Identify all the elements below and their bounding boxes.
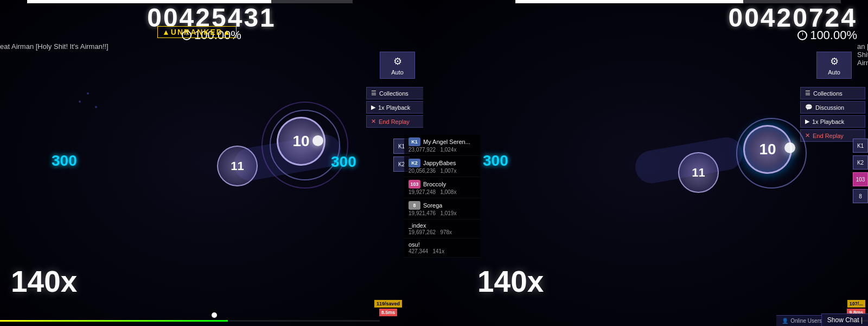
lb-name-5: _index — [409, 222, 426, 229]
8-key-right[interactable]: 8 — [853, 189, 868, 203]
playback-button-left[interactable]: ▶ 1x Playback — [366, 101, 423, 114]
playback-label-right: 1x Playback — [812, 118, 844, 125]
list-icon-left: ☰ — [371, 90, 376, 97]
discussion-button-right[interactable]: 💬 Discussion — [800, 101, 865, 114]
lb-stats-3: 19,927,248 1,008x — [409, 189, 476, 195]
score-300-topleft: 300 — [52, 152, 77, 170]
unranked-badge-left: ▲UNRANKED▲ — [157, 26, 237, 38]
progress-fill-right — [515, 0, 743, 3]
circle-ring-outer-left — [261, 102, 348, 189]
lb-stats-2: 20,056,236 1,007x — [409, 168, 476, 174]
hit-circle-11-left: 11 — [217, 146, 258, 186]
gear-icon-left: ⚙ — [393, 55, 402, 67]
menu-buttons-left: ☰ Collections ▶ 1x Playback ✕ End Replay — [366, 87, 423, 128]
end-replay-label-left: End Replay — [379, 118, 410, 125]
lb-name-4: Sorega — [423, 202, 442, 209]
list-icon-right: ☰ — [805, 90, 810, 97]
hit-circle-11-right: 11 — [678, 152, 719, 193]
lb-rank-k1: K1 — [409, 137, 420, 146]
score-300-left: 300 — [331, 153, 356, 171]
lb-rank-k2: K2 — [409, 159, 420, 167]
leaderboard: K1 My Angel Seren... 23,077,922 1,024x K… — [404, 135, 480, 258]
particle-1 — [87, 92, 89, 95]
online-users: 👤 Online Users — [776, 315, 827, 326]
play-icon-right: ▶ — [805, 118, 809, 125]
hit-ms-left: 8.5ms — [379, 309, 398, 316]
playback-label-left: 1x Playback — [378, 104, 410, 111]
lb-entry-1: K1 My Angel Seren... 23,077,922 1,024x — [404, 135, 480, 156]
end-replay-button-left[interactable]: ✕ End Replay — [366, 115, 423, 128]
circle-ring-right — [736, 118, 807, 189]
cursor-glow-left — [312, 135, 323, 146]
discussion-label-right: Discussion — [815, 104, 844, 111]
collections-button-left[interactable]: ☰ Collections — [366, 87, 423, 99]
lb-stats-4: 19,921,476 1,019x — [409, 210, 476, 216]
auto-label-right: Auto — [828, 69, 840, 76]
lb-rank-8: 8 — [409, 201, 420, 210]
lb-entry-5: _index 19,697,262 978x — [404, 220, 480, 239]
song-title-right: an [Holy Shit! It's Airman!!] — [857, 42, 868, 67]
auto-label-left: Auto — [391, 69, 404, 76]
bottom-bar-left — [0, 320, 380, 322]
speech-icon-right: 💬 — [805, 104, 813, 111]
103-key-right[interactable]: 103 — [853, 172, 868, 186]
online-users-label: Online Users — [790, 318, 822, 324]
combo-left: 140x — [11, 264, 77, 299]
play-icon-left: ▶ — [371, 104, 375, 111]
hit-count-left: 119/saved — [374, 300, 402, 308]
lb-name-3: Broccoly — [423, 181, 446, 187]
auto-button-left[interactable]: ⚙ Auto — [380, 52, 415, 79]
collections-label-right: Collections — [813, 90, 843, 97]
bottom-bar-fill-left — [0, 320, 228, 322]
collections-label-left: Collections — [379, 90, 409, 97]
lb-name-6: osu! — [409, 241, 420, 248]
playback-button-right[interactable]: ▶ 1x Playback — [800, 115, 865, 128]
user-icon: 👤 — [782, 318, 788, 324]
keys-panel-right: K1 K2 103 8 — [853, 139, 868, 203]
x-icon-right: ✕ — [805, 132, 810, 139]
lb-entry-3: 103 Broccoly 19,927,248 1,008x — [404, 177, 480, 198]
end-replay-label-right: End Replay — [813, 133, 844, 139]
score-300-right: 300 — [483, 152, 508, 170]
x-icon-left: ✕ — [371, 118, 376, 125]
accuracy-right: 100.00% — [797, 28, 857, 42]
cursor-glow-right — [784, 142, 795, 153]
circle-number-11-right: 11 — [692, 166, 705, 180]
show-chat-button[interactable]: Show Chat | — [821, 314, 868, 326]
game-panel-right: 00420724 100.00% ▲UNRANKED▲ an [Holy Shi… — [423, 0, 868, 326]
k2-key-right[interactable]: K2 — [853, 155, 868, 170]
auto-button-right[interactable]: ⚙ Auto — [816, 52, 852, 79]
bottom-indicator-left — [212, 312, 217, 318]
lb-rank-103: 103 — [409, 180, 420, 189]
lb-entry-6: osu! 427,344 141x — [404, 239, 480, 258]
lb-entry-2: K2 JappyBabes 20,056,236 1,007x — [404, 156, 480, 177]
clock-icon-right — [797, 30, 807, 40]
particle-3 — [79, 101, 81, 103]
hit-stats-left: 119/saved 8.5ms — [374, 300, 402, 316]
combo-right: 140x — [477, 264, 544, 299]
accuracy-value-right: 100.00% — [810, 28, 857, 42]
lb-name-1: My Angel Seren... — [423, 139, 470, 145]
k1-key-right[interactable]: K1 — [853, 139, 868, 153]
hit-count-right: 107/... — [847, 300, 865, 308]
song-title-left: eat Airman [Holy Shit! It's Airman!!] — [0, 42, 108, 51]
menu-buttons-right: ☰ Collections 💬 Discussion ▶ 1x Playback… — [800, 87, 865, 142]
lb-stats-6: 427,344 141x — [409, 248, 476, 254]
particle-2 — [95, 106, 97, 108]
circle-number-11-left: 11 — [231, 159, 244, 173]
lb-entry-4: 8 Sorega 19,921,476 1,019x — [404, 198, 480, 220]
collections-button-right[interactable]: ☰ Collections — [800, 87, 865, 99]
gear-icon-right: ⚙ — [830, 55, 839, 67]
lb-stats-1: 23,077,922 1,024x — [409, 147, 476, 153]
lb-name-2: JappyBabes — [423, 160, 456, 166]
lb-stats-5: 19,697,262 978x — [409, 229, 476, 235]
game-panel-left: 00425431 100.00% ▲UNRANKED▲ eat Airman [… — [0, 0, 423, 326]
